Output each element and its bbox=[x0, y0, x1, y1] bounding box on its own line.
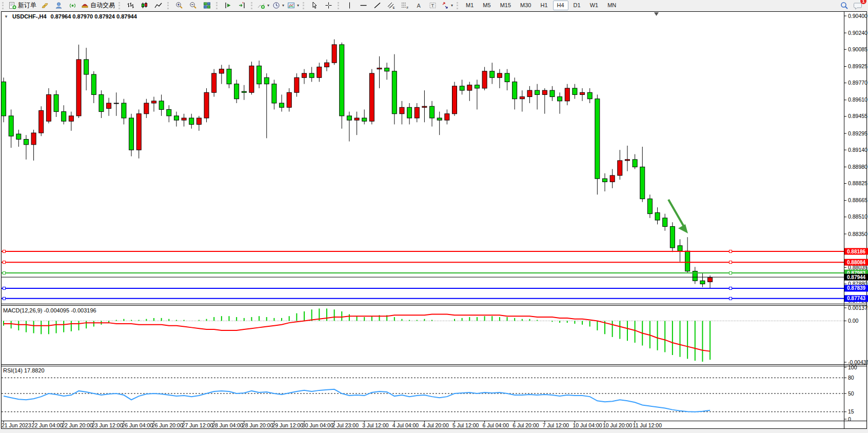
text-label-button[interactable]: T bbox=[426, 0, 440, 11]
svg-text:26 Jun 04:00: 26 Jun 04:00 bbox=[122, 422, 153, 428]
svg-text:80: 80 bbox=[848, 375, 854, 381]
chart-expander-icon[interactable]: ▼ bbox=[4, 14, 8, 19]
svg-text:2 Jul 23:00: 2 Jul 23:00 bbox=[332, 422, 359, 428]
timeframe-mn-button[interactable]: MN bbox=[603, 1, 620, 10]
text-label-icon: T bbox=[429, 2, 437, 9]
signals-button[interactable] bbox=[66, 0, 80, 11]
chat-button[interactable]: 1 bbox=[851, 0, 865, 11]
svg-text:A: A bbox=[417, 3, 421, 9]
svg-text:0.88665: 0.88665 bbox=[848, 197, 867, 203]
crosshair-button[interactable] bbox=[322, 0, 336, 11]
search-button[interactable] bbox=[837, 0, 851, 11]
horizontal-line-button[interactable] bbox=[357, 0, 370, 11]
autotrading-label: 自动交易 bbox=[90, 1, 115, 10]
chart-window: 0.904000.902400.900850.899250.897700.896… bbox=[0, 11, 868, 433]
arrows-icon bbox=[441, 2, 449, 9]
auto-scroll-button[interactable] bbox=[221, 0, 235, 11]
svg-text:0.00: 0.00 bbox=[848, 318, 859, 324]
svg-text:0.87839: 0.87839 bbox=[847, 285, 866, 291]
svg-text:6 Jul 04:00: 6 Jul 04:00 bbox=[483, 422, 509, 428]
search-icon bbox=[840, 2, 849, 10]
line-chart-icon bbox=[154, 2, 162, 9]
svg-text:0.87944: 0.87944 bbox=[847, 274, 866, 280]
svg-text:21 Jun 2023: 21 Jun 2023 bbox=[2, 422, 31, 428]
svg-text:22 Jun 20:00: 22 Jun 20:00 bbox=[62, 422, 93, 428]
new-order-icon bbox=[9, 2, 16, 9]
svg-text:0.88980: 0.88980 bbox=[848, 164, 867, 170]
timeframe-d1-button[interactable]: D1 bbox=[569, 1, 585, 10]
indicators-caret: ▾ bbox=[267, 3, 269, 8]
timeframe-m30-button[interactable]: M30 bbox=[516, 1, 535, 10]
timeframe-w1-button[interactable]: W1 bbox=[586, 1, 603, 10]
chart-symbol-period: USDCHF-,H4 bbox=[12, 13, 47, 19]
clock-icon bbox=[272, 2, 280, 9]
svg-text:0.89295: 0.89295 bbox=[848, 130, 867, 136]
toolbar-grip bbox=[2, 2, 6, 9]
svg-text:3 Jul 12:00: 3 Jul 12:00 bbox=[362, 422, 389, 428]
fibonacci-button[interactable]: F bbox=[398, 0, 412, 11]
person-icon bbox=[55, 2, 63, 9]
line-chart-button[interactable] bbox=[151, 0, 165, 11]
timeframe-m1-button[interactable]: M1 bbox=[462, 1, 478, 10]
svg-text:0.88084: 0.88084 bbox=[847, 260, 866, 265]
svg-text:10 Jul 04:00: 10 Jul 04:00 bbox=[573, 422, 602, 428]
price-badge-0.87743: 0.87743 bbox=[844, 295, 868, 302]
text-button[interactable]: A bbox=[412, 0, 426, 11]
autotrading-button[interactable]: 自动交易 bbox=[80, 0, 116, 11]
toolbar-grip bbox=[251, 2, 255, 9]
trendline-button[interactable] bbox=[370, 0, 384, 11]
timeframe-m5-button[interactable]: M5 bbox=[479, 1, 495, 10]
autotrading-icon bbox=[81, 2, 89, 9]
cursor-icon bbox=[311, 2, 319, 9]
chart-shift-button[interactable] bbox=[235, 0, 249, 11]
svg-text:0.90240: 0.90240 bbox=[848, 30, 867, 36]
quotes-button[interactable] bbox=[38, 0, 52, 11]
bar-chart-button[interactable] bbox=[124, 0, 137, 11]
svg-text:0.88825: 0.88825 bbox=[848, 180, 867, 186]
community-button[interactable] bbox=[52, 0, 66, 11]
price-badge-0.88186: 0.88186 bbox=[844, 248, 868, 255]
svg-text:50: 50 bbox=[848, 390, 854, 397]
new-order-label: 新订单 bbox=[18, 1, 36, 10]
macd-indicator-label: MACD(12,26,9) -0.004095 -0.003196 bbox=[3, 307, 96, 313]
candlestick-icon bbox=[141, 2, 148, 9]
svg-text:29 Jun 12:00: 29 Jun 12:00 bbox=[272, 422, 303, 428]
time-axis[interactable]: 21 Jun 202322 Jun 04:0022 Jun 20:0023 Ju… bbox=[2, 421, 662, 428]
arrows-button[interactable]: ▾ bbox=[440, 0, 455, 11]
timeframe-h1-button[interactable]: H1 bbox=[536, 1, 551, 10]
periods-button[interactable]: ▾ bbox=[271, 0, 286, 11]
rsi-indicator-label: RSI(14) 17.8820 bbox=[3, 367, 45, 373]
toolbar-grip bbox=[216, 2, 220, 9]
zoom-out-button[interactable] bbox=[186, 0, 200, 11]
periods-caret: ▾ bbox=[282, 3, 284, 8]
svg-text:0.88510: 0.88510 bbox=[848, 213, 867, 220]
new-order-button[interactable]: 新订单 bbox=[7, 0, 38, 11]
auto-scroll-icon bbox=[224, 2, 232, 9]
svg-text:0.90400: 0.90400 bbox=[848, 13, 867, 19]
timeframe-buttons: M1M5M15M30H1H4D1W1MN bbox=[462, 1, 620, 10]
main-toolbar: 新订单 自动交易 bbox=[0, 0, 868, 11]
equidistant-channel-button[interactable]: E bbox=[384, 0, 398, 11]
svg-text:15: 15 bbox=[848, 408, 854, 415]
tile-windows-button[interactable] bbox=[200, 0, 214, 11]
svg-text:0.87743: 0.87743 bbox=[847, 296, 866, 301]
svg-text:100: 100 bbox=[848, 364, 857, 370]
templates-button[interactable]: ▾ bbox=[286, 0, 301, 11]
price-chart[interactable]: 0.904000.902400.900850.899250.897700.896… bbox=[0, 11, 868, 433]
svg-text:0.89455: 0.89455 bbox=[848, 113, 867, 119]
candlestick-button[interactable] bbox=[137, 0, 151, 11]
zoom-in-button[interactable] bbox=[172, 0, 186, 11]
price-badge-0.87839: 0.87839 bbox=[844, 285, 868, 291]
zoom-out-icon bbox=[189, 2, 197, 9]
svg-text:T: T bbox=[431, 3, 435, 8]
cursor-button[interactable] bbox=[308, 0, 322, 11]
timeframe-m15-button[interactable]: M15 bbox=[496, 1, 515, 10]
toolbar-grip bbox=[303, 2, 307, 9]
price-badge-0.88084: 0.88084 bbox=[844, 259, 868, 266]
signal-icon bbox=[69, 2, 76, 9]
svg-text:26 Jun 20:00: 26 Jun 20:00 bbox=[152, 422, 183, 428]
vertical-line-button[interactable] bbox=[343, 0, 357, 11]
notification-badge: 1 bbox=[860, 0, 866, 4]
timeframe-h4-button[interactable]: H4 bbox=[553, 1, 568, 10]
indicators-button[interactable]: ▾ bbox=[256, 0, 271, 11]
